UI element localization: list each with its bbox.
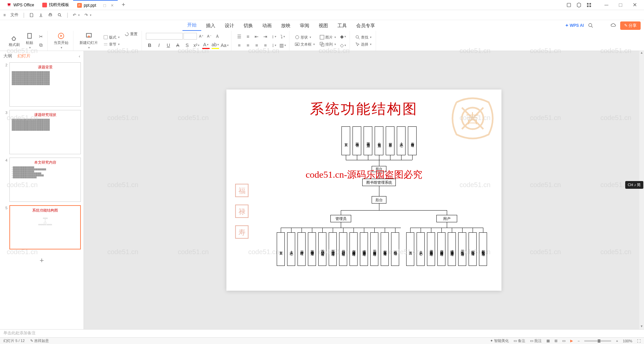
- zoom-out-button[interactable]: −: [578, 339, 580, 343]
- wps-ai-button[interactable]: ✦ WPS AI: [565, 23, 584, 28]
- align-center-icon[interactable]: ≡: [244, 42, 252, 49]
- font-color-button[interactable]: A: [202, 42, 210, 49]
- shape-outline-icon[interactable]: ◇: [339, 42, 347, 49]
- underline-button[interactable]: U: [165, 42, 172, 49]
- cloud-icon[interactable]: [611, 23, 616, 28]
- decrease-indent-icon[interactable]: ⇤: [253, 33, 260, 40]
- align-vertical-icon[interactable]: ⫶: [270, 42, 278, 49]
- view-sorter-icon[interactable]: ⊞: [554, 339, 557, 343]
- export-icon[interactable]: [39, 13, 43, 17]
- paste-button[interactable]: 粘贴: [24, 32, 35, 50]
- ime-indicator[interactable]: CH ♪ 简: [625, 181, 644, 189]
- ribbon-tab-insert[interactable]: 插入: [201, 21, 220, 31]
- increase-indent-icon[interactable]: ⇥: [262, 33, 269, 40]
- window-minimize-button[interactable]: ─: [600, 1, 613, 9]
- notes-pane[interactable]: 单击此处添加备注: [0, 329, 644, 337]
- status-notes-toggle[interactable]: ▭ 备注: [514, 338, 525, 343]
- scroll-up-icon[interactable]: ▲: [639, 51, 644, 56]
- columns-icon[interactable]: ▥: [279, 42, 286, 49]
- panel-tab-slides[interactable]: 幻灯片: [17, 53, 31, 59]
- grid-icon[interactable]: [586, 2, 592, 8]
- strike-button[interactable]: A: [174, 42, 181, 49]
- text-direction-icon[interactable]: ⤵: [279, 33, 286, 40]
- highlight-button[interactable]: ab: [212, 42, 219, 49]
- ribbon-tab-review[interactable]: 审阅: [295, 21, 314, 31]
- slideshow-from-current-button[interactable]: 当页开始: [52, 32, 70, 50]
- cube-icon[interactable]: [576, 2, 582, 8]
- tab-close-icon[interactable]: ×: [111, 3, 114, 8]
- bold-button[interactable]: B: [146, 42, 153, 49]
- app-tab-document[interactable]: P ppt.ppt ◻ ×: [73, 0, 118, 10]
- app-tab-wps[interactable]: WPS Office: [3, 0, 38, 10]
- file-menu[interactable]: 文件: [10, 12, 18, 18]
- view-normal-icon[interactable]: ▦: [546, 339, 550, 343]
- current-slide[interactable]: 吉 福 禄 寿 系统功能结构图 code51.cn-源码乐园盗图必究 首页 图书…: [226, 90, 501, 291]
- add-slide-button[interactable]: +: [3, 253, 81, 268]
- view-slideshow-icon[interactable]: ▶: [570, 339, 573, 343]
- select-button[interactable]: 选择: [354, 41, 373, 48]
- superscript-button[interactable]: x²: [193, 42, 200, 49]
- tab-options-icon[interactable]: ◻: [103, 3, 106, 8]
- slide-thumbnail-4[interactable]: 本文研究内容 • ██████████████████• ███████████…: [9, 158, 81, 202]
- copy-icon[interactable]: ⧉: [37, 42, 45, 49]
- print-preview-icon[interactable]: [57, 13, 62, 17]
- align-justify-icon[interactable]: ≡: [262, 42, 269, 49]
- zoom-in-button[interactable]: +: [616, 339, 618, 343]
- find-button[interactable]: 查找: [354, 34, 373, 41]
- font-size-select[interactable]: [183, 33, 197, 40]
- bullet-list-icon[interactable]: ☰: [235, 33, 243, 40]
- zoom-level[interactable]: 100%: [623, 339, 632, 343]
- ribbon-tab-animation[interactable]: 动画: [258, 21, 276, 31]
- new-slide-button[interactable]: 新建幻灯片: [77, 32, 100, 50]
- slide-title[interactable]: 系统功能结构图: [226, 100, 501, 118]
- window-close-button[interactable]: ✕: [628, 1, 641, 9]
- reset-button[interactable]: 重置: [123, 31, 139, 37]
- status-beautify[interactable]: ✦ 智能美化: [490, 338, 509, 343]
- increase-font-icon[interactable]: A⁺: [198, 33, 205, 40]
- tablet-icon[interactable]: [566, 2, 572, 8]
- fit-window-icon[interactable]: ⛶: [637, 339, 641, 343]
- ribbon-tab-start[interactable]: 开始: [182, 20, 201, 31]
- arrange-button[interactable]: 排列: [318, 41, 337, 48]
- window-maximize-button[interactable]: □: [614, 1, 627, 9]
- picture-button[interactable]: 图片: [318, 34, 337, 41]
- align-left-icon[interactable]: ≡: [235, 42, 243, 49]
- layout-button[interactable]: 版式: [102, 34, 121, 41]
- ribbon-tab-member[interactable]: 会员专享: [352, 21, 380, 31]
- shape-fill-icon[interactable]: ◆: [339, 33, 347, 40]
- ribbon-tab-transition[interactable]: 切换: [239, 21, 258, 31]
- panel-tab-outline[interactable]: 大纲: [3, 53, 12, 59]
- cut-icon[interactable]: ✂: [37, 33, 45, 40]
- panel-collapse-icon[interactable]: ‹: [79, 54, 80, 59]
- section-button[interactable]: 章节: [102, 41, 121, 48]
- save-icon[interactable]: [29, 13, 34, 17]
- font-family-select[interactable]: [146, 33, 183, 40]
- search-icon[interactable]: [588, 23, 593, 28]
- format-painter-button[interactable]: 格式刷: [7, 34, 22, 48]
- slide-thumbnail-5[interactable]: 系统功能结构图 ▯▯▯▯▯▯▯ ▭ ▭ ▭ ▭ ▯▯▯▯▯▯▯▯▯▯▯▯ ▯▯▯…: [9, 205, 81, 249]
- change-case-button[interactable]: Aa: [221, 42, 228, 49]
- app-tab-templates[interactable]: 找稻壳模板: [38, 0, 73, 10]
- number-list-icon[interactable]: ≡: [244, 33, 252, 40]
- ribbon-tab-design[interactable]: 设计: [220, 21, 239, 31]
- shadow-button[interactable]: S: [183, 42, 191, 49]
- undo-button[interactable]: ↶: [73, 13, 80, 17]
- italic-button[interactable]: I: [155, 42, 163, 49]
- share-button[interactable]: ✎ 分享: [620, 21, 641, 30]
- menu-icon[interactable]: ≡: [3, 13, 6, 17]
- view-reading-icon[interactable]: ▭: [562, 339, 566, 343]
- thumbnail-list[interactable]: 2 课题背景 █████████████████████████████████…: [0, 61, 84, 329]
- ribbon-tab-slideshow[interactable]: 放映: [276, 21, 295, 31]
- slide-thumbnail-2[interactable]: 课题背景 ███████████████████████████████████…: [9, 62, 81, 107]
- ribbon-tab-tools[interactable]: 工具: [333, 21, 352, 31]
- slide-thumbnail-3[interactable]: 课题研究现状 █████████████████████████████████…: [9, 110, 81, 154]
- shape-button[interactable]: 形状: [293, 34, 316, 41]
- zoom-slider[interactable]: [584, 340, 611, 342]
- status-comments-toggle[interactable]: ▭ 批注: [530, 338, 542, 343]
- new-tab-button[interactable]: +: [118, 1, 129, 8]
- scroll-down-icon[interactable]: ▼: [639, 325, 644, 329]
- ribbon-tab-view[interactable]: 视图: [314, 21, 333, 31]
- align-right-icon[interactable]: ≡: [253, 42, 260, 49]
- redo-button[interactable]: ↷: [85, 13, 92, 17]
- textbox-button[interactable]: A文本框: [293, 41, 316, 48]
